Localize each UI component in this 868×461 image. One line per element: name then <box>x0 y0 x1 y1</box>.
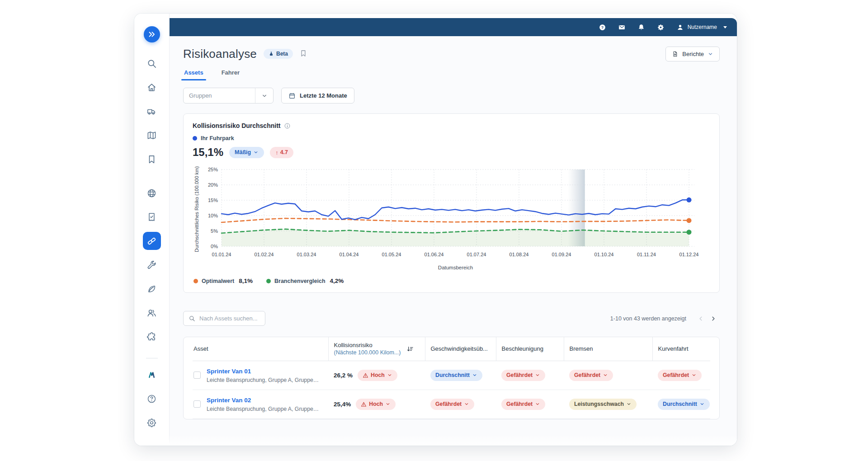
leaf-icon <box>146 284 157 294</box>
chevron-down-icon <box>699 401 705 407</box>
brand-logo[interactable] <box>143 366 161 384</box>
chevron-down-icon <box>626 401 632 407</box>
notifications-icon[interactable] <box>637 24 645 31</box>
user-menu[interactable]: Nutzername <box>676 24 727 31</box>
braking-status-pill[interactable]: Gefährdet <box>569 370 613 381</box>
svg-text:01.06.24: 01.06.24 <box>425 252 444 257</box>
sidebar-item-saved[interactable] <box>143 150 161 168</box>
asset-search[interactable] <box>183 311 265 326</box>
chevron-down-icon <box>691 372 697 378</box>
speeding-status-pill[interactable]: Gefährdet <box>430 399 474 410</box>
reports-button[interactable]: Berichte <box>665 47 720 61</box>
pagination-next-button[interactable] <box>707 312 720 325</box>
main-area: Nutzername Risikoanalyse Beta Berichte <box>170 14 737 446</box>
pagination-info: 1-10 von 43 werden angezeigt <box>610 315 686 322</box>
chevron-down-icon <box>535 401 540 407</box>
sidebar-item-integrations[interactable] <box>143 328 161 346</box>
risk-level-pill[interactable]: Hoch <box>358 370 397 381</box>
chevron-down-icon <box>464 401 469 407</box>
risk-level-pill[interactable]: Mäßig <box>229 147 264 158</box>
svg-text:01.02.24: 01.02.24 <box>255 252 274 257</box>
sidebar-item-drivers[interactable] <box>143 304 161 322</box>
sidebar-item-search[interactable] <box>143 54 161 72</box>
acceleration-status-pill[interactable]: Gefährdet <box>501 399 545 410</box>
chevron-down-icon <box>253 150 259 155</box>
risk-chart-svg: 0%5%10%15%20%25%01.01.2401.02.2401.03.24… <box>201 165 700 262</box>
svg-text:01.07.24: 01.07.24 <box>467 252 486 257</box>
svg-text:01.10.24: 01.10.24 <box>594 252 614 257</box>
asset-link[interactable]: Sprinter Van 02 <box>207 397 251 404</box>
blue-dot-icon <box>193 136 197 141</box>
chart-x-axis-label: Datumsbereich <box>201 265 710 270</box>
topbar: Nutzername <box>170 18 737 36</box>
date-range-button[interactable]: Letzte 12 Monate <box>281 88 354 103</box>
sidebar-item-home[interactable] <box>143 78 161 96</box>
svg-text:01.03.24: 01.03.24 <box>297 252 316 257</box>
pagination-prev-button[interactable] <box>694 312 707 325</box>
chevron-down-icon <box>387 372 392 378</box>
svg-text:01.05.24: 01.05.24 <box>382 252 401 257</box>
cornering-status-pill[interactable]: Durchschnitt <box>658 399 710 410</box>
current-risk-value: 15,1% <box>193 146 223 159</box>
sidebar-item-eco[interactable] <box>143 280 161 298</box>
column-beschleunigung: Beschleunigung <box>496 337 564 361</box>
page-title: Risikoanalyse <box>183 47 257 61</box>
asset-link[interactable]: Sprinter Van 01 <box>207 368 251 375</box>
chevron-down-icon <box>472 372 477 378</box>
chevron-down-icon[interactable] <box>255 88 273 103</box>
svg-text:01.01.24: 01.01.24 <box>212 252 231 257</box>
chart-y-axis-label: Durchschnittliches Risiko (100.000 km) <box>193 165 201 253</box>
users-icon <box>146 308 157 318</box>
info-icon[interactable] <box>284 122 291 129</box>
groups-select[interactable]: Gruppen <box>183 88 274 103</box>
chevron-down-icon <box>708 51 713 57</box>
wrench-icon <box>146 260 157 270</box>
arrow-up-icon: ↑ <box>275 149 278 156</box>
flask-icon <box>269 51 274 56</box>
sort-descending-icon <box>406 345 414 353</box>
svg-text:20%: 20% <box>208 182 218 188</box>
sidebar-item-network[interactable] <box>143 184 161 202</box>
sidebar-item-support[interactable] <box>143 390 161 408</box>
legend-optimalwert: Optimalwert 8,1% <box>193 278 253 284</box>
sidebar-item-settings[interactable] <box>143 414 161 432</box>
current-risk-row: 15,1% Mäßig ↑ 4.7 <box>193 146 710 159</box>
acceleration-status-pill[interactable]: Gefährdet <box>501 370 545 381</box>
search-input[interactable] <box>199 315 260 322</box>
svg-text:0%: 0% <box>211 244 218 249</box>
sidebar-item-fleet[interactable] <box>143 102 161 120</box>
document-icon <box>672 51 679 57</box>
settings-icon[interactable] <box>657 24 665 31</box>
speeding-status-pill[interactable]: Durchschnitt <box>430 370 482 381</box>
tab-bar: Assets Fahrer <box>183 69 720 80</box>
sidebar-item-documents[interactable] <box>143 208 161 226</box>
chevron-down-icon <box>723 26 727 28</box>
green-dot-icon <box>266 279 271 283</box>
assets-table-card: Asset Kollisionsrisiko (Nächste 100.000 … <box>183 337 720 419</box>
chart-card-title: Kollisionsrisiko Durchschnitt <box>193 122 280 129</box>
sort-button[interactable] <box>406 345 414 353</box>
window-top-strip <box>170 14 737 18</box>
sidebar-expand-button[interactable] <box>144 26 160 42</box>
tab-fahrer[interactable]: Fahrer <box>221 69 241 80</box>
truck-icon <box>146 106 157 117</box>
bookmark-page-button[interactable] <box>299 49 307 59</box>
tab-assets[interactable]: Assets <box>183 69 204 80</box>
risk-level-pill[interactable]: Hoch <box>356 399 396 410</box>
legend-branchenvergleich: Branchenvergleich 4,2% <box>266 278 344 284</box>
puzzle-icon <box>146 332 157 342</box>
svg-text:10%: 10% <box>208 213 218 218</box>
help-icon[interactable] <box>599 24 606 31</box>
svg-text:01.08.24: 01.08.24 <box>509 252 529 257</box>
sidebar-item-map[interactable] <box>143 126 161 144</box>
sidebar-item-risk-analysis[interactable] <box>143 232 161 250</box>
bookmark-icon <box>146 154 157 165</box>
groups-select-value: Gruppen <box>184 88 255 103</box>
row-checkbox[interactable] <box>193 372 201 379</box>
sidebar-item-maintenance[interactable] <box>143 256 161 274</box>
user-icon <box>676 24 684 31</box>
braking-status-pill[interactable]: Leistungsschwach <box>569 399 637 410</box>
mail-icon[interactable] <box>618 24 626 31</box>
cornering-status-pill[interactable]: Gefährdet <box>658 370 702 381</box>
row-checkbox[interactable] <box>193 400 201 408</box>
